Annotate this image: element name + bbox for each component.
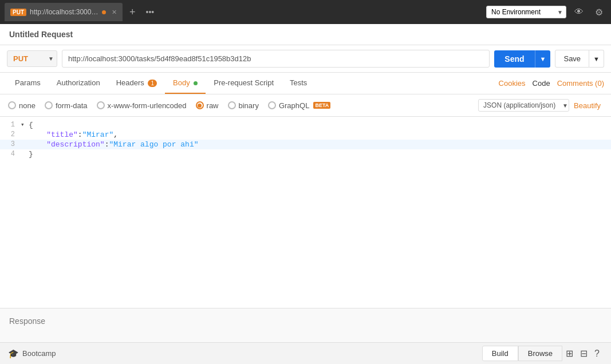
response-area: Response [0, 308, 611, 342]
radio-raw[interactable] [196, 101, 204, 109]
option-graphql-label: GraphQL [279, 101, 309, 110]
bootcamp-section[interactable]: 🎓 Bootcamp [8, 349, 56, 359]
tab-params[interactable]: Params [7, 73, 49, 94]
option-form-data-label: form-data [56, 101, 88, 110]
bootcamp-label: Bootcamp [22, 349, 56, 358]
option-graphql[interactable]: GraphQL BETA [268, 101, 330, 110]
option-raw-label: raw [207, 101, 219, 110]
code-line-3: 3 "description":"Mirar algo por ahi" [0, 140, 611, 149]
response-label: Response [9, 316, 45, 326]
beautify-button[interactable]: Beautify [571, 101, 603, 110]
build-button[interactable]: Build [482, 346, 518, 361]
line-number-1: 1 [0, 121, 21, 129]
format-select-wrap: JSON (application/json) ▼ Beautify [478, 99, 603, 112]
option-urlencoded[interactable]: x-www-form-urlencoded [97, 101, 187, 110]
tab-body[interactable]: Body [165, 73, 206, 94]
add-tab-button[interactable]: + [126, 6, 139, 18]
option-form-data[interactable]: form-data [45, 101, 88, 110]
environment-section: No Environment ▼ 👁 ⚙ [486, 5, 606, 20]
send-dropdown-button[interactable]: ▼ [535, 50, 551, 68]
tab-modified-dot [102, 10, 106, 14]
save-dropdown-button[interactable]: ▼ [589, 50, 604, 68]
option-binary-label: binary [239, 101, 259, 110]
comments-link[interactable]: Comments (0) [557, 79, 604, 88]
layout-icon-button[interactable]: ⊞ [562, 346, 577, 361]
tab-close-icon[interactable]: ✕ [112, 9, 117, 16]
eye-icon-button[interactable]: 👁 [571, 5, 587, 19]
radio-none[interactable] [8, 101, 16, 109]
settings-icon-button[interactable]: ⚙ [592, 5, 606, 20]
method-select[interactable]: PUT GET POST DELETE PATCH [7, 50, 57, 67]
line-number-3: 3 [0, 140, 21, 148]
editor-area[interactable]: 1 ▾ { 2 "title":"Mirar", 3 "description"… [0, 117, 611, 308]
tabs-right-actions: Cookies Code Comments (0) [499, 79, 604, 88]
radio-urlencoded[interactable] [97, 101, 105, 109]
beta-badge: BETA [313, 102, 330, 109]
headers-badge: 1 [148, 80, 157, 87]
code-link[interactable]: Code [533, 79, 550, 88]
tab-tests[interactable]: Tests [282, 73, 315, 94]
option-none[interactable]: none [8, 101, 36, 110]
environment-dropdown[interactable]: No Environment ▼ [486, 6, 566, 18]
code-line-4: 4 } [0, 149, 611, 159]
line-content-1: { [29, 121, 611, 129]
line-content-2: "title":"Mirar", [29, 130, 611, 139]
code-line-2: 2 "title":"Mirar", [0, 130, 611, 140]
cookies-link[interactable]: Cookies [499, 79, 526, 88]
code-line-1: 1 ▾ { [0, 120, 611, 130]
browse-button[interactable]: Browse [518, 346, 562, 361]
tab-url: http://localhost:3000/tasks/5d4... [30, 8, 98, 16]
request-tab[interactable]: PUT http://localhost:3000/tasks/5d4... ✕ [5, 3, 123, 21]
bottom-bar: 🎓 Bootcamp Build Browse ⊞ ⊟ ? [0, 342, 611, 364]
radio-form-data[interactable] [45, 101, 53, 109]
line-content-3: "description":"Mirar algo por ahi" [29, 140, 611, 149]
url-input[interactable] [62, 50, 490, 68]
radio-graphql[interactable] [268, 101, 276, 109]
option-none-label: none [19, 101, 36, 110]
line-content-4: } [29, 150, 611, 159]
option-urlencoded-label: x-www-form-urlencoded [108, 101, 187, 110]
save-button[interactable]: Save [555, 50, 589, 68]
line-arrow-1[interactable]: ▾ [21, 121, 29, 128]
option-raw[interactable]: raw [196, 101, 219, 110]
method-select-wrap: PUT GET POST DELETE PATCH ▼ [7, 50, 57, 67]
help-icon-button[interactable]: ? [591, 346, 603, 361]
url-bar: PUT GET POST DELETE PATCH ▼ Send ▼ Save … [0, 45, 611, 73]
tab-pre-request[interactable]: Pre-request Script [206, 73, 282, 94]
tab-headers[interactable]: Headers 1 [108, 73, 165, 94]
body-active-dot [194, 81, 198, 85]
line-number-2: 2 [0, 130, 21, 139]
environment-select[interactable]: No Environment [486, 6, 566, 18]
send-button-wrap: Send ▼ [494, 50, 550, 68]
sidebar-icon-button[interactable]: ⊟ [577, 346, 591, 361]
request-title-bar: Untitled Request [0, 24, 611, 45]
body-options-row: none form-data x-www-form-urlencoded raw… [0, 94, 611, 117]
tab-authorization[interactable]: Authorization [49, 73, 108, 94]
bootcamp-icon: 🎓 [8, 349, 19, 359]
tabs-row: Params Authorization Headers 1 Body Pre-… [0, 73, 611, 94]
bottom-right-buttons: Build Browse ⊞ ⊟ ? [482, 346, 603, 361]
option-binary[interactable]: binary [228, 101, 259, 110]
code-editor[interactable]: 1 ▾ { 2 "title":"Mirar", 3 "description"… [0, 117, 611, 231]
line-number-4: 4 [0, 150, 21, 158]
format-select[interactable]: JSON (application/json) [478, 99, 569, 112]
send-button[interactable]: Send [494, 50, 534, 68]
radio-binary[interactable] [228, 101, 236, 109]
request-title: Untitled Request [9, 30, 73, 39]
more-tabs-button[interactable]: ••• [143, 7, 158, 17]
save-button-wrap: Save ▼ [555, 50, 604, 68]
tab-method-badge: PUT [10, 9, 26, 16]
top-bar: PUT http://localhost:3000/tasks/5d4... ✕… [0, 0, 611, 24]
